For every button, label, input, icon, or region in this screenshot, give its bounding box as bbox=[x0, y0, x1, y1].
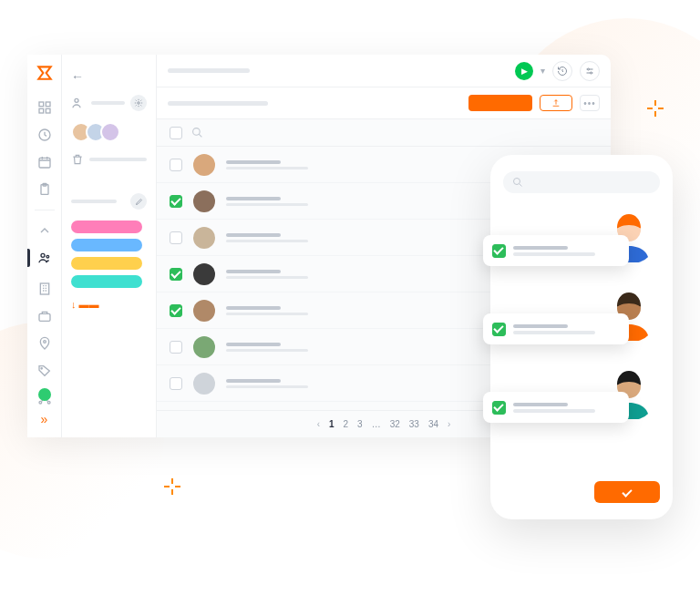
tag-icon[interactable] bbox=[37, 364, 52, 378]
export-button[interactable] bbox=[540, 95, 572, 111]
tag-pill[interactable] bbox=[71, 275, 142, 288]
phone-card[interactable] bbox=[503, 366, 660, 436]
row-checkbox[interactable] bbox=[170, 231, 182, 244]
breadcrumb-placeholder bbox=[168, 68, 250, 73]
history-button[interactable] bbox=[552, 61, 572, 81]
page-number[interactable]: 3 bbox=[357, 419, 363, 429]
card-checkbox[interactable] bbox=[492, 401, 506, 415]
search-icon[interactable] bbox=[191, 127, 203, 138]
calendar-icon[interactable] bbox=[37, 155, 52, 169]
logo-icon bbox=[36, 64, 54, 82]
edit-button[interactable] bbox=[130, 193, 147, 210]
svg-point-22 bbox=[514, 179, 520, 185]
row-checkbox[interactable] bbox=[170, 268, 182, 281]
tag-list bbox=[71, 221, 147, 288]
page-number[interactable]: 33 bbox=[409, 419, 419, 429]
topbar: ▶ ▾ bbox=[157, 55, 611, 87]
row-checkbox[interactable] bbox=[170, 304, 182, 317]
back-button[interactable]: ← bbox=[71, 69, 147, 84]
sidebar-archive-row[interactable] bbox=[71, 153, 147, 166]
row-text bbox=[226, 270, 308, 279]
trash-icon bbox=[71, 153, 84, 166]
diamond-icon bbox=[647, 100, 664, 117]
list-header bbox=[157, 119, 611, 147]
select-all-checkbox[interactable] bbox=[170, 127, 182, 139]
placeholder-line bbox=[91, 101, 125, 105]
clock-icon[interactable] bbox=[37, 128, 52, 142]
svg-point-18 bbox=[138, 102, 140, 105]
search-icon bbox=[512, 177, 523, 188]
phone-search[interactable] bbox=[503, 171, 660, 193]
svg-point-20 bbox=[591, 72, 592, 74]
svg-rect-5 bbox=[39, 158, 50, 168]
avatar bbox=[193, 190, 215, 212]
placeholder-line bbox=[89, 158, 147, 161]
avatar bbox=[193, 300, 215, 322]
play-dropdown[interactable]: ▾ bbox=[540, 66, 545, 76]
avatar bbox=[193, 336, 215, 358]
page-prev[interactable]: ‹ bbox=[317, 419, 320, 429]
sidebar-people-row[interactable] bbox=[71, 95, 147, 111]
page-number[interactable]: 34 bbox=[428, 419, 438, 429]
tag-pill[interactable] bbox=[71, 257, 142, 270]
avatar bbox=[193, 227, 215, 249]
phone-card[interactable] bbox=[503, 288, 660, 357]
settings-button[interactable] bbox=[580, 61, 600, 81]
gear-icon bbox=[134, 98, 143, 108]
diamond-icon bbox=[164, 478, 180, 495]
phone-card[interactable] bbox=[503, 210, 660, 279]
svg-point-13 bbox=[41, 368, 42, 369]
primary-action-button[interactable] bbox=[468, 95, 532, 111]
row-checkbox[interactable] bbox=[170, 159, 182, 171]
tag-pill[interactable] bbox=[71, 239, 142, 251]
svg-rect-0 bbox=[39, 102, 44, 107]
row-checkbox[interactable] bbox=[170, 377, 182, 390]
more-button[interactable]: ••• bbox=[580, 95, 600, 111]
svg-rect-1 bbox=[46, 102, 50, 107]
page-number[interactable]: 2 bbox=[344, 419, 349, 429]
people-icon bbox=[37, 251, 52, 265]
page-next[interactable]: › bbox=[448, 419, 450, 429]
avatar-stack[interactable] bbox=[71, 122, 147, 142]
play-button[interactable]: ▶ bbox=[515, 62, 533, 80]
svg-rect-11 bbox=[39, 313, 50, 321]
svg-point-9 bbox=[46, 255, 49, 258]
phone-card-bar bbox=[483, 313, 629, 344]
placeholder-line bbox=[71, 200, 117, 203]
sliders-icon bbox=[584, 66, 595, 77]
gear-button[interactable] bbox=[130, 95, 147, 111]
location-icon[interactable] bbox=[37, 336, 52, 351]
sidebar-tags-header bbox=[71, 193, 147, 210]
card-checkbox[interactable] bbox=[492, 244, 506, 258]
page-number[interactable]: 1 bbox=[329, 419, 335, 429]
tag-pill[interactable] bbox=[71, 221, 142, 233]
row-checkbox[interactable] bbox=[170, 341, 182, 354]
chevron-up-icon[interactable] bbox=[37, 223, 52, 238]
page-number: … bbox=[372, 419, 381, 429]
building-icon[interactable] bbox=[37, 282, 52, 296]
phone-confirm-button[interactable] bbox=[594, 481, 660, 503]
page-number[interactable]: 32 bbox=[390, 419, 400, 429]
svg-point-8 bbox=[41, 253, 45, 257]
upload-icon bbox=[551, 98, 561, 108]
svg-point-16 bbox=[47, 401, 50, 404]
expand-rail-icon[interactable]: » bbox=[41, 412, 48, 426]
title-placeholder bbox=[168, 101, 268, 106]
row-text bbox=[226, 379, 308, 388]
nav-people[interactable] bbox=[37, 251, 52, 269]
history-icon bbox=[557, 66, 568, 77]
avatar bbox=[193, 154, 215, 176]
card-checkbox[interactable] bbox=[492, 323, 506, 336]
clipboard-icon[interactable] bbox=[37, 182, 52, 197]
row-text bbox=[226, 343, 308, 352]
row-checkbox[interactable] bbox=[170, 195, 182, 208]
row-text bbox=[226, 306, 308, 315]
expand-tags-button[interactable]: ↓ ▬▬ bbox=[71, 299, 147, 310]
svg-rect-2 bbox=[39, 108, 44, 113]
svg-point-19 bbox=[588, 68, 590, 70]
status-dot[interactable] bbox=[38, 388, 51, 401]
briefcase-icon[interactable] bbox=[37, 309, 52, 323]
avatar[interactable] bbox=[100, 122, 120, 142]
dashboard-icon[interactable] bbox=[37, 100, 52, 115]
row-text bbox=[226, 160, 308, 169]
